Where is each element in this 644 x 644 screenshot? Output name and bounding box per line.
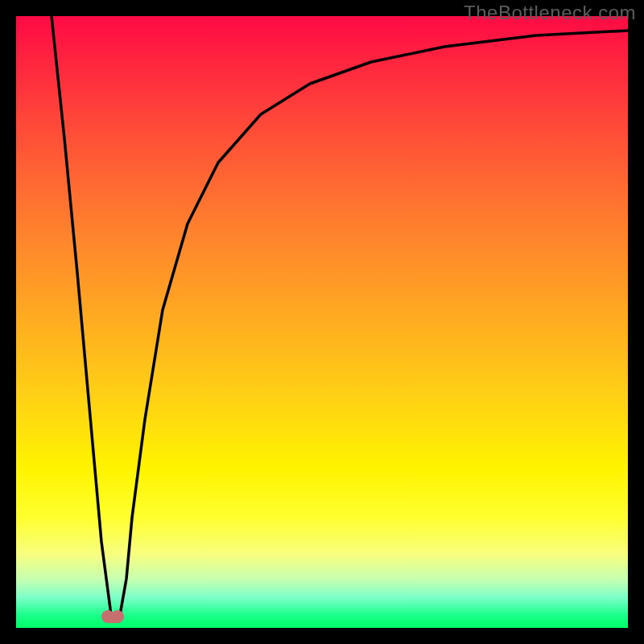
plot-area [16, 16, 628, 628]
curve-path [52, 16, 628, 615]
watermark-text: TheBottleneck.com [464, 2, 636, 24]
bottleneck-curve [16, 16, 628, 628]
marker-ball-bridge [107, 615, 118, 623]
chart-frame: TheBottleneck.com [0, 0, 644, 644]
